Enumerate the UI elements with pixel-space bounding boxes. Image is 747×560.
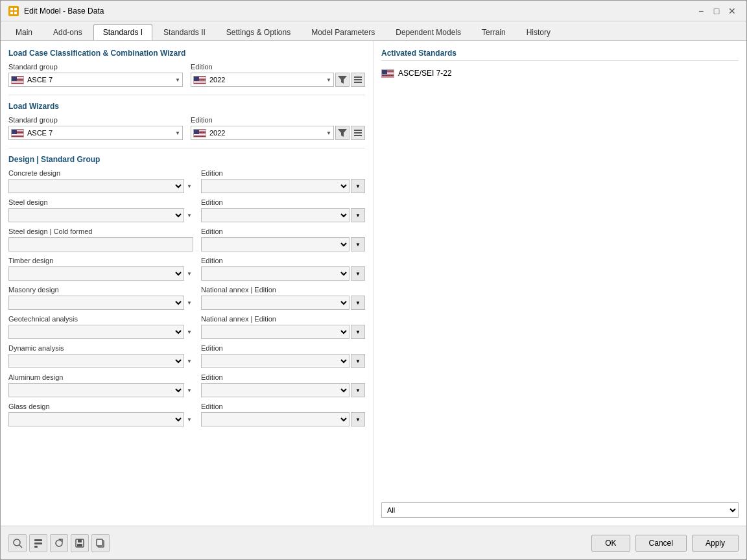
steel-edition-select[interactable] (201, 208, 350, 222)
load-case-edition-input[interactable] (208, 76, 324, 84)
steel-edition-arrow-btn[interactable]: ▼ (351, 208, 365, 222)
maximize-button[interactable]: □ (710, 5, 723, 18)
glass-edition-row: ▼ (201, 412, 365, 426)
title-bar-left: Edit Model - Base Data (8, 6, 104, 16)
load-case-standard-group-input[interactable] (26, 76, 173, 84)
load-wizards-title: Load Wizards (8, 102, 365, 111)
right-panel: Activated Standards ASCE/SEI 7-22 All (374, 41, 746, 526)
aluminum-edition-arrow-btn[interactable]: ▼ (351, 383, 365, 397)
concrete-edition-arrow-btn[interactable]: ▼ (351, 179, 365, 193)
close-button[interactable]: ✕ (726, 5, 739, 18)
concrete-edition-select[interactable] (201, 179, 350, 193)
timber-edition-label: Edition (201, 257, 365, 264)
timber-standard-select[interactable] (8, 266, 184, 281)
aluminum-edition-col: Edition ▼ (201, 373, 365, 397)
dynamic-edition-arrow-btn[interactable]: ▼ (351, 354, 365, 368)
tab-standards-ii[interactable]: Standards II (154, 24, 215, 40)
geotechnical-edition-select[interactable] (201, 325, 350, 339)
tab-terrain[interactable]: Terrain (472, 24, 516, 40)
dynamic-standard-select[interactable] (8, 354, 184, 368)
concrete-standard-select[interactable] (8, 179, 184, 193)
glass-label-col: Glass design ▼ (8, 402, 193, 426)
filter-select[interactable]: All (381, 502, 739, 518)
masonry-label: Masonry design (8, 286, 193, 294)
data-tool-button[interactable] (29, 534, 47, 552)
geotechnical-edition-arrow-btn[interactable]: ▼ (351, 325, 365, 339)
aluminum-select-row: ▼ (8, 383, 193, 397)
geotechnical-label-col: Geotechnical analysis ▼ (8, 315, 193, 339)
dynamic-edition-row: ▼ (201, 354, 365, 368)
masonry-select-row: ▼ (8, 296, 193, 310)
aluminum-standard-select[interactable] (8, 383, 184, 397)
load-wizards-standard-group-input[interactable] (26, 129, 173, 137)
app-icon (8, 6, 19, 16)
dynamic-label-col: Dynamic analysis ▼ (8, 344, 193, 368)
minimize-button[interactable]: − (694, 5, 707, 18)
steel-cold-standard-input[interactable] (8, 237, 193, 251)
design-row-geotechnical: Geotechnical analysis ▼ National annex |… (8, 315, 365, 339)
svg-rect-0 (10, 8, 13, 10)
steel-cold-edition-select[interactable] (201, 237, 350, 251)
search-tool-button[interactable] (8, 534, 27, 552)
dynamic-label: Dynamic analysis (8, 344, 193, 352)
design-row-steel: Steel design ▼ Edition ▼ (8, 198, 365, 222)
load-case-edition-select[interactable]: ▼ (191, 73, 334, 87)
aluminum-edition-label: Edition (201, 373, 365, 381)
tab-settings-options[interactable]: Settings & Options (217, 24, 300, 40)
copy-tool-button[interactable] (91, 534, 110, 552)
load-wizards-edition-input[interactable] (208, 129, 324, 137)
load-case-standard-group-select[interactable]: ▼ (8, 73, 183, 87)
main-window: Edit Model - Base Data − □ ✕ Main Add-on… (0, 0, 747, 560)
timber-select-row: ▼ (8, 266, 193, 281)
svg-rect-1 (14, 8, 17, 10)
geotechnical-edition-label: National annex | Edition (201, 315, 365, 323)
timber-edition-select[interactable] (201, 266, 350, 281)
tab-addons[interactable]: Add-ons (43, 24, 92, 40)
cancel-button[interactable]: Cancel (635, 535, 687, 552)
svg-rect-11 (354, 135, 362, 136)
load-case-edition-col: Edition ▼ (191, 63, 365, 87)
masonry-edition-select[interactable] (201, 296, 350, 310)
geotechnical-standard-select[interactable] (8, 325, 184, 339)
load-wizards-edition-select[interactable]: ▼ (191, 126, 334, 140)
tab-model-parameters[interactable]: Model Parameters (302, 24, 385, 40)
timber-edition-arrow-btn[interactable]: ▼ (351, 266, 365, 281)
steel-label-col: Steel design ▼ (8, 198, 193, 222)
steel-cold-edition-label: Edition (201, 228, 365, 235)
tab-history[interactable]: History (517, 24, 560, 40)
load-wizards-settings-button[interactable] (351, 126, 365, 140)
masonry-edition-arrow-btn[interactable]: ▼ (351, 296, 365, 310)
concrete-label-col: Concrete design ▼ (8, 169, 193, 193)
aluminum-edition-select[interactable] (201, 383, 350, 397)
steel-cold-edition-arrow-btn[interactable]: ▼ (351, 237, 365, 251)
steel-standard-select[interactable] (8, 208, 184, 222)
load-wizards-standard-group-col: Standard group ▼ (8, 116, 183, 140)
glass-standard-select[interactable] (8, 412, 184, 426)
load-wizards-edition-arrow: ▼ (324, 130, 333, 136)
apply-button[interactable]: Apply (692, 535, 739, 552)
masonry-standard-select[interactable] (8, 296, 184, 310)
tab-dependent-models[interactable]: Dependent Models (386, 24, 471, 40)
load-case-settings-button[interactable] (351, 73, 365, 87)
load-wizards-filter-button[interactable] (335, 126, 350, 140)
glass-edition-select[interactable] (201, 412, 350, 426)
refresh-tool-button[interactable] (50, 534, 68, 552)
title-bar: Edit Model - Base Data − □ ✕ (1, 1, 746, 21)
save-tool-button[interactable] (71, 534, 89, 552)
svg-marker-4 (338, 76, 347, 84)
timber-edition-col: Edition ▼ (201, 257, 365, 281)
geotechnical-edition-row: ▼ (201, 325, 365, 339)
dynamic-edition-select[interactable] (201, 354, 350, 368)
svg-rect-14 (34, 539, 42, 541)
load-case-edition-flag (191, 76, 208, 84)
tab-standards-i[interactable]: Standards I (93, 24, 152, 40)
window-title: Edit Model - Base Data (24, 6, 104, 16)
dynamic-edition-col: Edition ▼ (201, 344, 365, 368)
ok-button[interactable]: OK (591, 535, 630, 552)
load-case-filter-button[interactable] (335, 73, 350, 87)
load-wizards-standard-group-select[interactable]: ▼ (8, 126, 183, 140)
load-case-edition-input-row: ▼ (191, 73, 365, 87)
design-row-masonry: Masonry design ▼ National annex | Editio… (8, 286, 365, 310)
tab-main[interactable]: Main (6, 24, 42, 40)
glass-edition-arrow-btn[interactable]: ▼ (351, 412, 365, 426)
